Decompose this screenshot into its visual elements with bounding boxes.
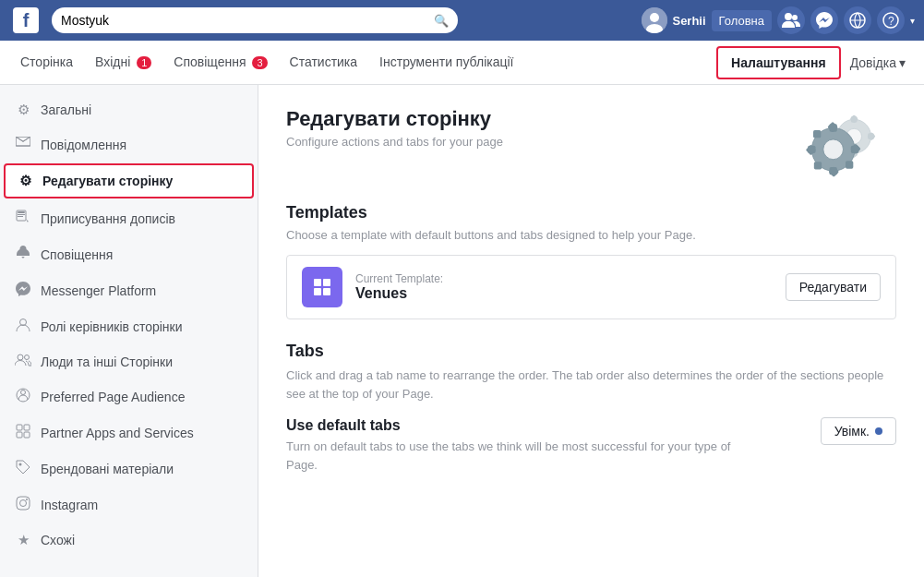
avatar [642, 7, 667, 33]
template-name: Venues [355, 285, 773, 302]
help-icon[interactable]: ? [877, 6, 905, 34]
nav-publishing-tools[interactable]: Інструменти публікації [368, 42, 524, 84]
svg-point-20 [19, 463, 22, 466]
sidebar-item-general[interactable]: ⚙ Загальні [0, 92, 258, 127]
sidebar: ⚙ Загальні Повідомлення ⚙ Редагувати сто… [0, 85, 258, 577]
svg-rect-50 [323, 288, 330, 295]
nav-statistics[interactable]: Статистика [279, 42, 369, 84]
globe-icon[interactable] [844, 6, 871, 34]
user-info: Serhii [642, 7, 705, 33]
section-title-block: Редагувати сторінку Configure actions an… [286, 107, 503, 149]
svg-rect-41 [846, 161, 853, 168]
top-bar-right: Serhii Головна ? ▾ [642, 6, 915, 34]
svg-rect-43 [814, 162, 822, 169]
sidebar-item-branded-content[interactable]: Брендовані матеріали [0, 451, 258, 487]
pen-icon [15, 210, 31, 227]
help-button[interactable]: Довідка ▾ [841, 42, 915, 83]
svg-rect-45 [813, 130, 821, 138]
gears-decoration [804, 107, 896, 181]
templates-section: Templates Choose a template with default… [286, 203, 896, 319]
friends-icon[interactable] [777, 6, 805, 34]
svg-point-23 [26, 499, 28, 500]
tag-icon [15, 460, 31, 477]
sidebar-item-page-roles[interactable]: Ролі керівників сторінки [0, 308, 258, 344]
sidebar-item-post-attribution[interactable]: Приписування дописів [0, 200, 258, 236]
page-nav: Сторінка Вхідні 1 Сповіщення 3 Статистик… [0, 41, 924, 85]
page-title: Редагувати сторінку [286, 107, 503, 131]
svg-rect-18 [17, 432, 22, 438]
templates-title: Templates [286, 203, 896, 222]
nav-inbox[interactable]: Вхідні 1 [84, 42, 162, 84]
svg-rect-48 [323, 279, 330, 286]
nav-notifications[interactable]: Сповіщення 3 [162, 42, 278, 84]
svg-point-22 [20, 500, 27, 507]
sidebar-item-messages[interactable]: Повідомлення [0, 127, 258, 162]
template-label: Current Template: [355, 272, 773, 285]
people-icon [15, 354, 31, 369]
svg-rect-49 [314, 288, 321, 295]
facebook-logo[interactable]: f [9, 4, 42, 37]
template-edit-button[interactable]: Редагувати [786, 273, 881, 301]
inbox-badge: 1 [137, 56, 151, 69]
star-icon: ★ [15, 532, 31, 548]
top-bar-chevron[interactable]: ▾ [910, 16, 915, 26]
default-tabs-row: Use default tabs Turn on default tabs to… [286, 417, 896, 483]
template-icon [302, 267, 342, 307]
svg-rect-19 [24, 432, 30, 438]
page-subtitle: Configure actions and tabs for your page [286, 135, 503, 149]
svg-rect-16 [17, 425, 22, 430]
sidebar-item-edit-page[interactable]: ⚙ Редагувати сторінку [4, 163, 254, 198]
tabs-description: Click and drag a tab name to rearrange t… [286, 367, 896, 403]
default-tabs-info: Use default tabs Turn on default tabs to… [286, 417, 821, 474]
svg-point-35 [823, 139, 844, 160]
default-tabs-description: Turn on default tabs to use the tabs we … [286, 438, 748, 474]
svg-rect-7 [18, 211, 25, 213]
main-layout: ⚙ Загальні Повідомлення ⚙ Редагувати сто… [0, 85, 924, 577]
nav-page[interactable]: Сторінка [9, 42, 84, 84]
svg-point-12 [18, 355, 23, 360]
search-bar[interactable]: 🔍 [52, 7, 458, 33]
svg-point-13 [25, 355, 30, 360]
partners-icon [15, 424, 31, 441]
message-icon [15, 137, 31, 152]
default-tabs-title: Use default tabs [286, 417, 821, 434]
sidebar-item-people-pages[interactable]: Люди та інші Сторінки [0, 344, 258, 379]
sidebar-item-preferred-audience[interactable]: Preferred Page Audience [0, 379, 258, 415]
audience-icon [15, 388, 31, 405]
user-name: Serhii [672, 14, 705, 28]
messenger-icon [15, 282, 31, 299]
sidebar-item-notifications[interactable]: Сповіщення [0, 236, 258, 272]
gear-icon: ⚙ [15, 102, 31, 118]
toggle-indicator [875, 427, 882, 435]
sidebar-item-instagram[interactable]: Instagram [0, 487, 258, 523]
svg-point-15 [21, 391, 26, 395]
sidebar-item-partner-apps[interactable]: Partner Apps and Services [0, 415, 258, 451]
tabs-section: Tabs Click and drag a tab name to rearra… [286, 342, 896, 483]
template-info: Current Template: Venues [355, 272, 773, 302]
svg-rect-9 [18, 216, 23, 217]
search-icon: 🔍 [434, 14, 449, 28]
svg-rect-8 [18, 214, 25, 215]
top-bar: f 🔍 Serhii Головна ? ▾ [0, 0, 924, 41]
home-button[interactable]: Головна [712, 10, 772, 31]
templates-subtitle: Choose a template with default buttons a… [286, 228, 896, 242]
content-area: Редагувати сторінку Configure actions an… [258, 85, 924, 577]
svg-rect-47 [314, 279, 321, 286]
settings-button[interactable]: Налаштування [716, 46, 841, 79]
svg-point-11 [20, 319, 27, 326]
instagram-icon [15, 496, 31, 513]
person-icon [15, 318, 31, 335]
search-input[interactable] [61, 13, 434, 28]
edit-gear-icon: ⚙ [17, 173, 33, 189]
svg-rect-21 [17, 497, 30, 510]
svg-point-1 [650, 13, 659, 22]
sidebar-item-similar[interactable]: ★ Схожі [0, 523, 258, 558]
bell-icon [15, 246, 31, 263]
sidebar-item-messenger[interactable]: Messenger Platform [0, 272, 258, 308]
svg-text:?: ? [888, 15, 894, 28]
notifications-badge: 3 [252, 56, 267, 69]
section-header: Редагувати сторінку Configure actions an… [286, 107, 896, 181]
messenger-icon[interactable] [810, 6, 838, 34]
fb-logo-icon: f [13, 7, 39, 33]
default-tabs-toggle[interactable]: Увімк. [821, 417, 896, 445]
